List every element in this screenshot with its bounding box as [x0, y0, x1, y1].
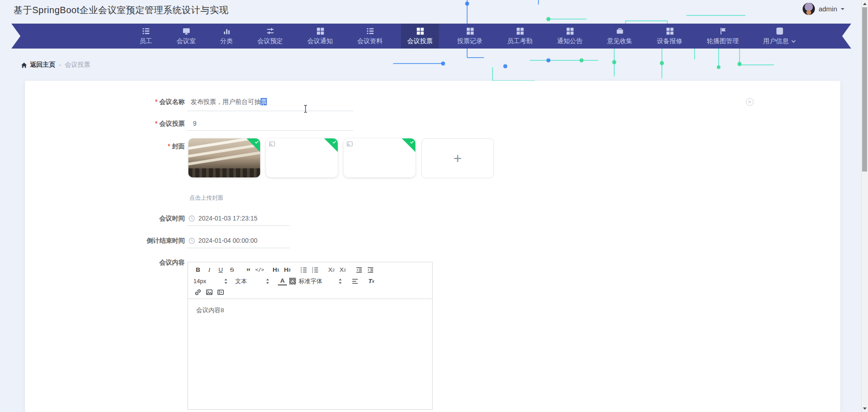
breadcrumb: 返回主页 - 会议投票 — [21, 61, 90, 69]
countdown-end-input[interactable]: 2024-01-04 00:00:00 — [187, 233, 290, 248]
avatar[interactable] — [803, 3, 815, 15]
bullet-list-button[interactable] — [311, 265, 320, 275]
align-button[interactable] — [350, 276, 360, 286]
text-color-button[interactable]: A — [278, 277, 287, 285]
upload-hint: 点击上传封面 — [189, 194, 223, 202]
grid-icon — [516, 27, 524, 35]
field-label-meeting-name: *会议名称 — [89, 98, 185, 106]
field-label-meeting-vote: *会议投票 — [89, 120, 185, 128]
cover-thumbnail-broken[interactable] — [344, 138, 415, 177]
nav-label: 投票记录 — [457, 37, 483, 45]
bold-button[interactable]: B — [193, 265, 202, 275]
main-nav: 员工 会议室 分类 会议预定 会议通知 会议资料 会议投票 投票记录 员工考勤 … — [11, 24, 851, 49]
clear-format-button[interactable]: Tx — [367, 276, 376, 286]
field-label-content: 会议内容 — [89, 259, 185, 267]
meeting-vote-input[interactable]: 9 — [187, 117, 353, 131]
indent-button[interactable] — [366, 265, 375, 275]
underline-button[interactable]: U — [216, 265, 225, 275]
id-card-icon — [775, 27, 784, 35]
outdent-button[interactable] — [355, 265, 364, 275]
heading1-button[interactable]: H1 — [271, 265, 281, 275]
nav-label: 会议通知 — [307, 37, 333, 45]
chevron-down-icon — [791, 40, 796, 43]
list-icon — [142, 27, 150, 35]
scroll-down-button[interactable] — [862, 405, 868, 412]
nav-item-announcements[interactable]: 通知公告 — [551, 24, 589, 49]
superscript-button[interactable]: X2 — [338, 265, 347, 275]
strikethrough-button[interactable]: S — [227, 265, 237, 275]
scroll-up-button[interactable] — [862, 0, 868, 7]
code-block-button[interactable]: </> — [255, 265, 264, 275]
nav-item-meeting-votes[interactable]: 会议投票 — [401, 24, 439, 49]
field-label-meeting-time: 会议时间 — [89, 215, 185, 223]
bar-chart-icon — [222, 27, 231, 35]
nav-label: 设备报修 — [657, 37, 682, 45]
nav-label: 意见收集 — [607, 37, 632, 45]
paragraph-style-select[interactable]: 文本 — [235, 277, 270, 285]
nav-item-equipment-repair[interactable]: 设备报修 — [651, 24, 689, 49]
nav-label: 用户信息 — [763, 37, 789, 45]
cover-thumbnail-photo[interactable] — [188, 138, 260, 177]
nav-item-meeting-rooms[interactable]: 会议室 — [170, 24, 202, 49]
required-mark: * — [155, 120, 158, 127]
broken-image-icon — [346, 141, 353, 147]
subscript-button[interactable]: X2 — [327, 265, 336, 275]
nav-item-vote-records[interactable]: 投票记录 — [451, 24, 489, 49]
nav-item-meeting-notices[interactable]: 会议通知 — [301, 24, 339, 49]
nav-item-user-info[interactable]: 用户信息 — [757, 24, 802, 49]
nav-label: 会议资料 — [357, 37, 383, 45]
font-family-select[interactable]: 标准字体 — [299, 277, 342, 285]
field-label-countdown-end: 倒计结束时间 — [89, 237, 185, 245]
grid-icon — [466, 27, 474, 35]
vertical-scrollbar[interactable] — [861, 0, 868, 412]
nav-label: 轮播图管理 — [707, 37, 739, 45]
add-cover-button[interactable]: + — [421, 138, 494, 178]
grid-icon — [316, 27, 325, 35]
flag-icon — [719, 27, 727, 35]
nav-item-employees[interactable]: 员工 — [133, 24, 158, 49]
selected-text: 票 — [261, 98, 267, 105]
nav-label: 会议投票 — [407, 37, 433, 45]
required-mark: * — [168, 142, 170, 150]
image-button[interactable] — [205, 287, 214, 297]
ordered-list-button[interactable] — [299, 265, 308, 275]
nav-item-carousel[interactable]: 轮播图管理 — [700, 24, 745, 49]
italic-button[interactable]: I — [205, 265, 214, 275]
grid-icon — [416, 27, 424, 35]
nav-item-categories[interactable]: 分类 — [214, 24, 239, 49]
nav-label: 通知公告 — [557, 37, 582, 45]
grid-icon — [666, 27, 674, 35]
select-arrows-icon — [338, 278, 342, 284]
meeting-time-input[interactable]: 2024-01-03 17:23:15 — [187, 211, 290, 226]
meeting-name-input[interactable]: 发布投票，用户前台可抽票 — [187, 94, 353, 111]
list-icon — [366, 27, 375, 35]
scrollbar-thumb[interactable] — [862, 7, 867, 172]
nav-label: 员工考勤 — [507, 37, 533, 45]
select-arrows-icon — [266, 278, 270, 284]
triangle-up-icon — [863, 1, 867, 5]
blockquote-button[interactable]: ” — [244, 263, 253, 277]
screen-icon — [182, 27, 191, 35]
nav-item-reservations[interactable]: 会议预定 — [251, 24, 289, 49]
font-size-select[interactable]: 14px — [193, 278, 228, 284]
breadcrumb-home-label: 返回主页 — [30, 61, 55, 69]
clock-icon — [188, 237, 195, 244]
nav-label: 员工 — [139, 37, 152, 45]
editor-content[interactable]: 会议内容8 — [188, 299, 432, 412]
heading2-button[interactable]: H2 — [283, 265, 292, 275]
user-menu[interactable]: admin — [803, 3, 844, 15]
cover-thumbnail-broken[interactable] — [266, 138, 338, 177]
nav-item-meeting-materials[interactable]: 会议资料 — [351, 24, 389, 49]
nav-item-feedback[interactable]: 意见收集 — [601, 24, 639, 49]
caret-down-icon — [841, 8, 844, 12]
required-mark: * — [155, 98, 158, 105]
nav-item-attendance[interactable]: 员工考勤 — [501, 24, 539, 49]
link-button[interactable] — [193, 287, 202, 297]
video-button[interactable] — [216, 287, 225, 297]
close-circle-icon[interactable] — [746, 98, 754, 106]
breadcrumb-home[interactable]: 返回主页 — [21, 61, 55, 69]
page-title: 基于SpringBoot企业会议室预定管理系统设计与实现 — [14, 4, 228, 16]
highlight-color-button[interactable]: A — [289, 278, 296, 284]
broken-image-icon — [269, 141, 276, 147]
breadcrumb-current: 会议投票 — [65, 61, 90, 69]
